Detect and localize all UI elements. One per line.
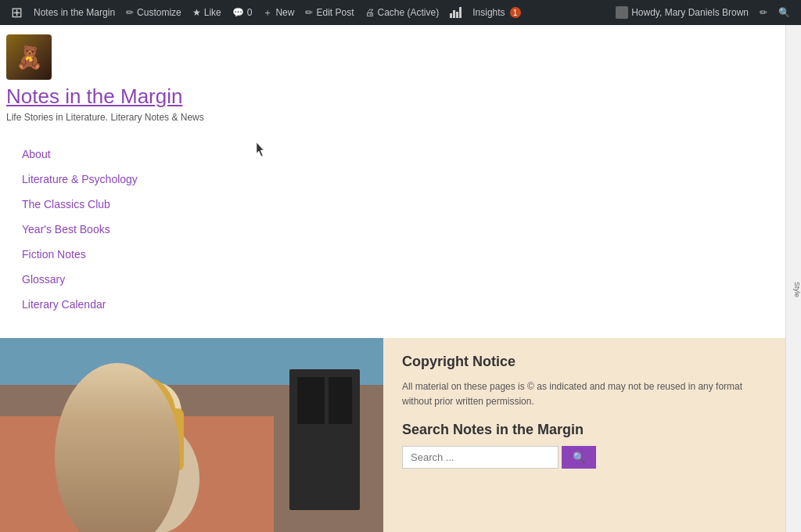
nav-item-lit-psych[interactable]: Literature & Psychology xyxy=(13,167,785,192)
nav-item-glossary[interactable]: Glossary xyxy=(13,267,785,292)
cache-button[interactable]: 🖨 Cache (Active) xyxy=(361,0,444,25)
customize-label: Customize xyxy=(137,7,181,18)
nav-item-classics-club[interactable]: The Classics Club xyxy=(13,192,785,217)
greeting-text: Howdy, Mary Daniels Brown xyxy=(631,7,749,18)
copyright-title: Copyright Notice xyxy=(402,354,767,370)
customize-icon: ✏ xyxy=(126,7,134,18)
nav-item-literary-calendar[interactable]: Literary Calendar xyxy=(13,292,785,317)
insights-badge: 1 xyxy=(510,7,521,18)
edit-label: Edit Post xyxy=(316,7,354,18)
like-button[interactable]: ★ Like xyxy=(188,0,226,25)
nav-item-about[interactable]: About xyxy=(13,142,785,167)
svg-point-8 xyxy=(113,377,176,455)
new-button[interactable]: ＋ New xyxy=(258,0,299,25)
search-admin-icon: 🔍 xyxy=(778,7,790,18)
svg-rect-9 xyxy=(121,416,141,494)
site-navigation: About Literature & Psychology The Classi… xyxy=(0,135,785,323)
svg-rect-10 xyxy=(168,408,184,471)
footer-illustration xyxy=(0,338,383,532)
search-title: Search Notes in the Margin xyxy=(402,422,767,438)
comments-button[interactable]: 💬 0 xyxy=(228,0,257,25)
site-avatar: 🧸 xyxy=(6,34,52,80)
edit-profile-button[interactable]: ✏ xyxy=(755,0,772,25)
new-label: New xyxy=(275,7,294,18)
search-input[interactable] xyxy=(402,446,559,469)
comment-count: 0 xyxy=(247,7,253,18)
customize-button[interactable]: ✏ Customize xyxy=(121,0,186,25)
right-panel: Style xyxy=(785,0,801,532)
footer-right: Copyright Notice All material on these p… xyxy=(383,338,785,532)
svg-rect-5 xyxy=(0,416,274,532)
user-avatar xyxy=(616,6,628,19)
new-icon: ＋ xyxy=(263,6,272,20)
search-admin-button[interactable]: 🔍 xyxy=(774,0,795,25)
copyright-text: All material on these pages is © as indi… xyxy=(402,379,767,409)
search-icon: 🔍 xyxy=(573,451,585,463)
site-footer: Copyright Notice All material on these p… xyxy=(0,338,785,532)
wp-logo-button[interactable]: ⊞ xyxy=(6,0,27,25)
site-name-button[interactable]: Notes in the Margin xyxy=(29,0,120,25)
admin-bar-right: Howdy, Mary Daniels Brown ✏ 🔍 xyxy=(611,0,795,25)
edit-profile-icon: ✏ xyxy=(760,7,767,18)
cache-label: Cache (Active) xyxy=(378,7,440,18)
right-panel-label: Style xyxy=(793,282,801,297)
like-icon: ★ xyxy=(192,7,201,18)
insights-button[interactable]: Insights 1 xyxy=(468,0,525,25)
insights-label: Insights xyxy=(472,7,505,18)
avatar-button[interactable]: Howdy, Mary Daniels Brown xyxy=(611,0,753,25)
nav-item-fiction-notes[interactable]: Fiction Notes xyxy=(13,242,785,267)
admin-site-name: Notes in the Margin xyxy=(34,7,115,18)
cache-icon: 🖨 xyxy=(365,7,375,18)
svg-point-6 xyxy=(113,424,199,532)
nav-item-years-best[interactable]: Year's Best Books xyxy=(13,217,785,242)
like-label: Like xyxy=(204,7,221,18)
wp-logo-icon: ⊞ xyxy=(11,4,23,21)
footer-image xyxy=(0,338,383,532)
stats-button[interactable] xyxy=(445,0,466,25)
search-button[interactable]: 🔍 xyxy=(562,446,596,469)
stats-icon xyxy=(450,7,462,18)
search-form: 🔍 xyxy=(402,446,767,469)
edit-icon: ✏ xyxy=(305,7,313,18)
svg-rect-3 xyxy=(297,377,325,424)
svg-rect-4 xyxy=(329,377,352,424)
site-title[interactable]: Notes in the Margin xyxy=(6,84,773,109)
svg-rect-12 xyxy=(162,440,168,471)
svg-rect-11 xyxy=(145,440,151,471)
edit-post-button[interactable]: ✏ Edit Post xyxy=(300,0,358,25)
comment-icon: 💬 xyxy=(232,7,244,18)
avatar-emoji: 🧸 xyxy=(16,45,43,70)
site-tagline: Life Stories in Literature. Literary Not… xyxy=(6,112,773,123)
admin-bar: ⊞ Notes in the Margin ✏ Customize ★ Like… xyxy=(0,0,801,25)
site-header: 🧸 Notes in the Margin Life Stories in Li… xyxy=(0,25,785,135)
